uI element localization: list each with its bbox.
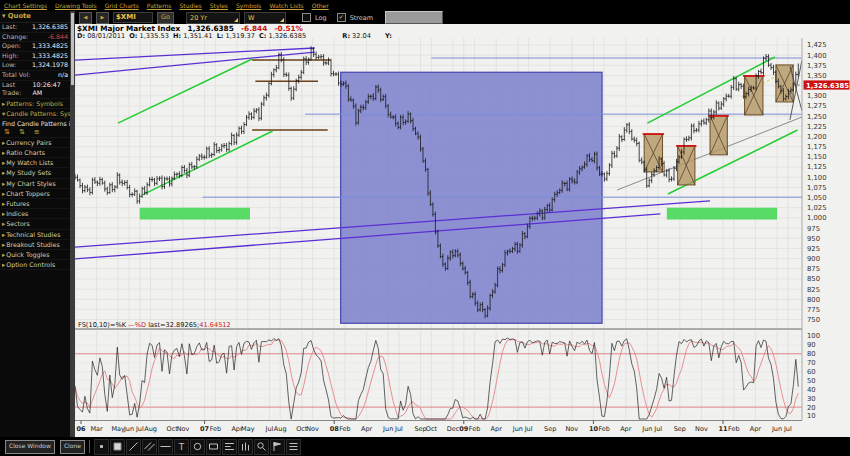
sidebar-item-quick-toggles[interactable]: ▸Quick Toggles: [0, 250, 75, 260]
ellipse-tool-button[interactable]: [190, 439, 205, 455]
svg-text:Jun: Jun: [512, 425, 523, 433]
item-label: My Watch Lists: [6, 159, 53, 166]
close-window-button[interactable]: Close Window: [5, 440, 55, 454]
menu-item-chart-settings[interactable]: Chart Settings: [4, 2, 47, 9]
quote-label: Change:: [2, 33, 28, 42]
item-arrow-icon: ▸: [2, 251, 5, 258]
item-arrow-icon: ▸: [2, 231, 5, 238]
log-checkbox[interactable]: [302, 13, 311, 22]
go-button[interactable]: Go: [157, 12, 174, 24]
sidebar-item-currency-pairs[interactable]: ▸Currency Pairs: [0, 138, 75, 148]
sidebar-item-option-controls[interactable]: ▸Option Controls: [0, 260, 75, 270]
interval-select[interactable]: W: [244, 12, 286, 24]
sidebar-item-indices[interactable]: ▸Indices: [0, 209, 75, 219]
parallel-lines-tool-button[interactable]: [142, 439, 157, 455]
clone-button[interactable]: Clone: [60, 440, 85, 454]
svg-text:1,100: 1,100: [807, 174, 826, 182]
sidebar-item-chart-toppers[interactable]: ▸Chart Toppers: [0, 189, 75, 199]
quote-row: Total Vol:n/a: [0, 71, 75, 81]
fibonacci-tool-button[interactable]: [222, 439, 237, 455]
svg-text:850: 850: [807, 275, 820, 283]
svg-text:1,400: 1,400: [807, 52, 826, 60]
bar-low: 1,319.37: [225, 32, 254, 40]
symbol-input[interactable]: $XMI: [113, 12, 153, 23]
menu-item-drawing-tools[interactable]: Drawing Tools: [55, 2, 97, 9]
point-tool-button[interactable]: [94, 439, 109, 455]
text-tool-button[interactable]: T: [174, 439, 189, 455]
svg-text:May: May: [241, 425, 255, 433]
sidebar-item-my-chart-styles[interactable]: ▸My Chart Styles: [0, 179, 75, 189]
svg-text:1,425: 1,425: [807, 41, 826, 49]
interval-value: W: [248, 14, 254, 22]
svg-text:80: 80: [807, 350, 816, 358]
chart-toolbar: ◀ ▶ $XMI Go 20 Yr W Log ✓ Stream: [75, 11, 850, 24]
menu-item-studies[interactable]: Studies: [180, 2, 202, 9]
svg-text:Apr: Apr: [361, 425, 373, 433]
section-candle-patterns-syst[interactable]: ▾Candle Patterns: Syst: [0, 109, 75, 119]
svg-text:750: 750: [807, 316, 820, 324]
sidebar-item-technical-studies[interactable]: ▸Technical Studies: [0, 230, 75, 240]
find-candle-patterns-link[interactable]: Find Candle Patterns i: [0, 119, 75, 128]
menu-item-symbols[interactable]: Symbols: [236, 2, 261, 9]
horizontal-line-tool-button[interactable]: [158, 439, 173, 455]
quote-value: 1,326.6385: [32, 23, 68, 32]
bar-range: 32.04: [352, 32, 371, 40]
flag-tool-button[interactable]: [270, 439, 285, 455]
menu-item-other[interactable]: Other: [312, 2, 329, 9]
sidebar-item-sectors[interactable]: ▸Sectors: [0, 219, 75, 229]
svg-text:1,250: 1,250: [807, 113, 826, 121]
stochastic-header: FS(10,10)=%K —%D last=32.89265;41.64512: [78, 321, 231, 329]
sort-desc-icon[interactable]: ⇅: [19, 128, 25, 136]
sidebar-item-my-study-sets[interactable]: ▸My Study Sets: [0, 168, 75, 178]
sort-asc-icon[interactable]: ⇅: [4, 128, 10, 136]
svg-text:800: 800: [807, 296, 820, 304]
svg-text:60: 60: [807, 368, 816, 376]
back-button[interactable]: ◀: [79, 12, 92, 24]
stream-checkbox[interactable]: ✓: [337, 13, 346, 22]
stoch-k-label: FS(10,10)=%K: [78, 321, 126, 329]
range-select[interactable]: 20 Yr: [186, 12, 240, 24]
svg-text:Nov: Nov: [565, 425, 578, 433]
item-arrow-icon: ▸: [2, 180, 5, 187]
zoom-tool-button[interactable]: [254, 439, 269, 455]
svg-text:Jul: Jul: [783, 425, 792, 433]
sidebar-item-my-watch-lists[interactable]: ▸My Watch Lists: [0, 158, 75, 168]
svg-text:90: 90: [807, 341, 816, 349]
quote-label: Open:: [2, 42, 21, 51]
item-label: My Chart Styles: [6, 180, 56, 187]
quote-label: Last:: [2, 23, 17, 32]
forward-button[interactable]: ▶: [96, 12, 109, 24]
bar-close: 1,326.6385: [268, 32, 306, 40]
svg-text:Aug: Aug: [144, 425, 157, 433]
rectangle-tool-button[interactable]: [206, 439, 221, 455]
sidebar-item-ratio-charts[interactable]: ▸Ratio Charts: [0, 148, 75, 158]
menu-item-watch-lists[interactable]: Watch Lists: [269, 2, 303, 9]
menu-item-patterns[interactable]: Patterns: [147, 2, 172, 9]
quote-row: Low:1,324.1978: [0, 61, 75, 71]
svg-text:20: 20: [807, 404, 816, 412]
menu-item-grid-charts[interactable]: Grid Charts: [105, 2, 139, 9]
quote-header-label: Quote: [8, 12, 31, 20]
price-chart-canvas[interactable]: 1,4251,4001,3751,3501,3251,3001,2751,250…: [75, 24, 850, 437]
scrollbar-thumb[interactable]: [71, 13, 74, 85]
svg-text:Feb: Feb: [210, 425, 222, 433]
section-patterns-symbols[interactable]: ▸Patterns: Symbols: [0, 99, 75, 109]
sidebar-item-futures[interactable]: ▸Futures: [0, 199, 75, 209]
menu-item-styles[interactable]: Styles: [210, 2, 228, 9]
svg-text:Jul: Jul: [264, 425, 273, 433]
svg-text:Oct: Oct: [426, 425, 438, 433]
svg-text:1,350: 1,350: [807, 72, 826, 80]
quote-section-header[interactable]: ▾ Quote: [0, 11, 75, 23]
chart-area[interactable]: $XMI Major Market Index 1,326.6385 -6.84…: [75, 24, 850, 437]
sidebar-item-breakout-studies[interactable]: ▸Breakout Studies: [0, 240, 75, 250]
svg-text:Jul: Jul: [135, 425, 144, 433]
list-tool-button[interactable]: [286, 439, 301, 455]
item-arrow-icon: ▸: [2, 200, 5, 207]
svg-text:Jun: Jun: [123, 425, 134, 433]
svg-text:Dec: Dec: [447, 425, 460, 433]
item-arrow-icon: ▸: [2, 159, 5, 166]
options-icon[interactable]: ≡: [34, 128, 40, 136]
trendline-tool-button[interactable]: [126, 439, 141, 455]
bars-tool-button[interactable]: [238, 439, 253, 455]
swatch-tool-button[interactable]: [110, 439, 125, 455]
